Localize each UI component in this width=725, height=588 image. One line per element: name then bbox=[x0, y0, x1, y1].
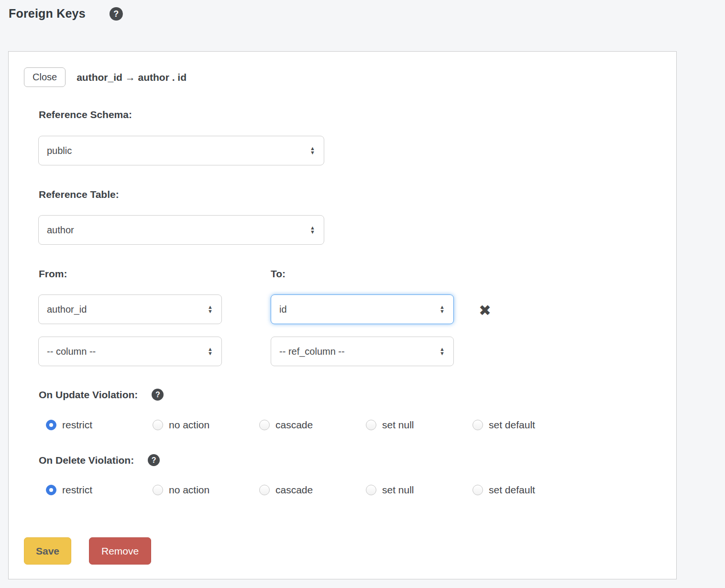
save-button[interactable]: Save bbox=[24, 537, 71, 565]
remove-button[interactable]: Remove bbox=[89, 537, 151, 565]
from-column-value: author_id bbox=[47, 304, 208, 315]
radio-icon bbox=[366, 420, 376, 430]
extra-ref-column-select[interactable]: -- ref_column -- ▲▼ bbox=[271, 337, 454, 366]
radio-on-delete-set-null[interactable]: set null bbox=[366, 484, 472, 496]
radio-icon bbox=[259, 420, 270, 430]
from-column-select[interactable]: author_id ▲▼ bbox=[38, 294, 222, 324]
from-label: From: bbox=[39, 268, 67, 280]
radio-icon bbox=[153, 420, 163, 430]
page-header: Foreign Keys ? bbox=[9, 7, 123, 21]
chevron-updown-icon: ▲▼ bbox=[439, 305, 445, 314]
radio-on-update-set-null[interactable]: set null bbox=[366, 419, 472, 431]
on-update-violation-label: On Update Violation: ? bbox=[39, 389, 164, 401]
radio-on-update-no-action[interactable]: no action bbox=[153, 419, 259, 431]
close-button[interactable]: Close bbox=[24, 67, 66, 87]
on-delete-violation-label: On Delete Violation: ? bbox=[39, 454, 160, 466]
reference-table-value: author bbox=[47, 225, 310, 236]
radio-on-delete-set-default[interactable]: set default bbox=[472, 484, 579, 496]
radio-icon bbox=[46, 420, 56, 430]
radio-on-delete-cascade[interactable]: cascade bbox=[259, 484, 366, 496]
extra-ref-column-value: -- ref_column -- bbox=[279, 346, 439, 357]
radio-icon bbox=[153, 485, 163, 495]
remove-mapping-icon[interactable]: ✖ bbox=[479, 303, 491, 318]
extra-from-column-value: -- column -- bbox=[47, 346, 208, 357]
page-title: Foreign Keys bbox=[9, 7, 86, 21]
radio-on-delete-restrict[interactable]: restrict bbox=[46, 484, 153, 496]
reference-schema-label: Reference Schema: bbox=[39, 109, 132, 120]
panel-header-row: Close author_id → author . id bbox=[24, 67, 187, 87]
foreign-key-heading: author_id → author . id bbox=[77, 72, 187, 83]
radio-icon bbox=[472, 485, 483, 495]
reference-schema-value: public bbox=[47, 145, 310, 156]
radio-icon bbox=[472, 420, 483, 430]
radio-on-update-restrict[interactable]: restrict bbox=[46, 419, 153, 431]
to-column-select[interactable]: id ▲▼ bbox=[271, 294, 454, 324]
chevron-updown-icon: ▲▼ bbox=[310, 146, 315, 155]
to-label: To: bbox=[271, 268, 286, 280]
reference-schema-select[interactable]: public ▲▼ bbox=[38, 136, 324, 165]
chevron-updown-icon: ▲▼ bbox=[208, 347, 213, 356]
radio-on-delete-no-action[interactable]: no action bbox=[153, 484, 259, 496]
on-delete-radio-group: restrict no action cascade set null set … bbox=[46, 484, 579, 496]
foreign-keys-help-icon[interactable]: ? bbox=[110, 7, 123, 21]
on-update-radio-group: restrict no action cascade set null set … bbox=[46, 419, 579, 431]
foreign-key-editor-panel: Close author_id → author . id Reference … bbox=[8, 51, 677, 579]
radio-icon bbox=[366, 485, 376, 495]
chevron-updown-icon: ▲▼ bbox=[310, 226, 315, 234]
reference-table-label: Reference Table: bbox=[39, 189, 119, 200]
to-column-value: id bbox=[279, 304, 439, 315]
radio-icon bbox=[46, 485, 56, 495]
extra-from-column-select[interactable]: -- column -- ▲▼ bbox=[38, 337, 222, 366]
on-update-help-icon[interactable]: ? bbox=[152, 389, 164, 401]
radio-on-update-set-default[interactable]: set default bbox=[472, 419, 579, 431]
radio-icon bbox=[259, 485, 270, 495]
reference-table-select[interactable]: author ▲▼ bbox=[38, 215, 324, 245]
chevron-updown-icon: ▲▼ bbox=[208, 305, 213, 314]
radio-on-update-cascade[interactable]: cascade bbox=[259, 419, 366, 431]
on-delete-help-icon[interactable]: ? bbox=[148, 454, 160, 466]
chevron-updown-icon: ▲▼ bbox=[439, 347, 445, 356]
